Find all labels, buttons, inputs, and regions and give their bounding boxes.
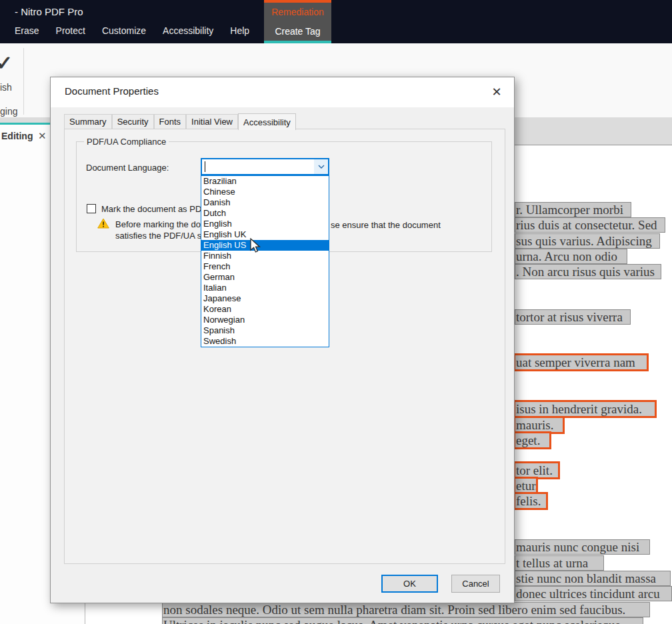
application-window: - Nitro PDF Pro EraseProtectCustomizeAcc… bbox=[0, 0, 672, 624]
tagged-text-line[interactable]: . Non arcu risus quis varius bbox=[515, 264, 661, 279]
window-title: - Nitro PDF Pro bbox=[15, 6, 83, 17]
tagged-text-line[interactable]: mauris nunc congue nisi bbox=[515, 539, 650, 555]
dropdown-option[interactable]: Finnish bbox=[201, 251, 329, 261]
dialog-title: Document Properties bbox=[65, 85, 159, 97]
warning-text-line2: satisfies the PDF/UA s bbox=[115, 231, 201, 241]
tagged-text-line[interactable]: mauris. bbox=[515, 417, 563, 433]
document-language-combobox[interactable] bbox=[201, 158, 329, 175]
tagged-text-line[interactable]: stie nunc non blandit massa bbox=[515, 571, 671, 586]
menu-item[interactable]: Protect bbox=[56, 25, 85, 36]
cancel-button[interactable]: Cancel bbox=[451, 575, 500, 593]
dialog-tab[interactable]: Initial View bbox=[186, 114, 238, 129]
text-caret bbox=[205, 161, 205, 172]
tagged-text-line[interactable]: isus in hendrerit gravida. bbox=[515, 401, 655, 417]
dropdown-option[interactable]: English bbox=[201, 219, 329, 229]
tagged-text-line[interactable]: uat semper viverra nam bbox=[515, 355, 647, 370]
dropdown-option[interactable]: Danish bbox=[201, 197, 329, 208]
warning-text-line1-left: Before marking the do bbox=[115, 219, 201, 229]
combobox-dropdown-button[interactable] bbox=[314, 159, 328, 174]
titlebar: - Nitro PDF Pro EraseProtectCustomizeAcc… bbox=[0, 0, 672, 43]
tagged-text-line[interactable]: r. Ullamcorper morbi bbox=[515, 202, 631, 217]
ok-button-label: OK bbox=[403, 579, 416, 589]
dropdown-option[interactable]: Swedish bbox=[201, 336, 329, 347]
dialog-titlebar[interactable]: Document Properties ✕ bbox=[51, 77, 514, 107]
menu-item[interactable]: Customize bbox=[102, 25, 146, 36]
dropdown-option[interactable]: Norwegian bbox=[201, 315, 329, 325]
tagged-text-line[interactable]: t tellus at urna bbox=[515, 555, 604, 571]
mark-pdfua-checkbox[interactable] bbox=[87, 204, 96, 213]
panel-close-icon[interactable]: ✕ bbox=[38, 130, 47, 142]
finish-tagging-label-line1: ish bbox=[0, 82, 12, 93]
mouse-cursor bbox=[249, 238, 263, 254]
menu-item[interactable]: Erase bbox=[15, 25, 39, 36]
dialog-tabs: SummarySecurityFontsInitial ViewAccessib… bbox=[64, 113, 296, 129]
pdfua-compliance-label: PDF/UA Compliance bbox=[84, 137, 169, 147]
chevron-down-icon bbox=[318, 165, 325, 169]
dialog-close-icon[interactable]: ✕ bbox=[488, 83, 505, 101]
dropdown-option[interactable]: English US bbox=[201, 240, 329, 251]
create-tag-label[interactable]: Create Tag bbox=[275, 26, 320, 37]
dropdown-option[interactable]: German bbox=[201, 272, 329, 283]
menu-item[interactable]: Help bbox=[230, 25, 249, 36]
tagged-text-line[interactable]: felis. bbox=[515, 493, 547, 509]
tagged-text-line[interactable]: tortor at risus viverra bbox=[515, 309, 631, 325]
menu-item[interactable]: Accessibility bbox=[163, 25, 213, 36]
remediation-label: Remediation bbox=[271, 7, 324, 17]
ok-button[interactable]: OK bbox=[381, 575, 438, 593]
tagged-text-line[interactable]: etur. bbox=[515, 478, 537, 493]
tab-remediation[interactable]: Remediation Create Tag bbox=[264, 0, 331, 43]
warning-text-line1-right: se ensure that the document bbox=[331, 220, 441, 230]
dropdown-option[interactable]: Spanish bbox=[201, 325, 329, 336]
dialog-tab[interactable]: Fonts bbox=[154, 114, 187, 129]
document-language-label: Document Language: bbox=[86, 163, 169, 173]
tagged-text-line[interactable]: Ultrices in iaculis nunc sed augue lacus… bbox=[162, 617, 643, 624]
tagged-text-line[interactable]: donec ultrices tincidunt arcu bbox=[515, 586, 672, 601]
tagged-text-line[interactable]: eget. bbox=[515, 433, 550, 448]
mark-pdfua-checkbox-label: Mark the document as PDF bbox=[101, 204, 207, 214]
dialog-tab[interactable]: Summary bbox=[64, 114, 112, 129]
tagged-text-line[interactable]: tor elit. bbox=[515, 463, 559, 478]
dropdown-option[interactable]: Brazilian bbox=[201, 176, 329, 187]
dialog-tab[interactable]: Security bbox=[112, 114, 154, 129]
cancel-button-label: Cancel bbox=[462, 579, 489, 589]
dropdown-option[interactable]: English UK bbox=[201, 229, 329, 240]
finish-tagging-label-line2: ging bbox=[0, 106, 17, 117]
dropdown-option[interactable]: Italian bbox=[201, 283, 329, 293]
ribbon-separator bbox=[23, 48, 24, 115]
dialog-tab[interactable]: Accessibility bbox=[238, 113, 296, 130]
language-dropdown-list: BrazilianChineseDanishDutchEnglishEnglis… bbox=[201, 175, 329, 347]
warning-icon bbox=[97, 218, 109, 229]
dropdown-option[interactable]: Korean bbox=[201, 304, 329, 315]
dropdown-option[interactable]: Dutch bbox=[201, 208, 329, 219]
tagged-text-line[interactable]: non sodales neque. Odio ut sem nulla pha… bbox=[162, 602, 650, 617]
check-icon: ✓ bbox=[0, 51, 13, 75]
editing-panel-title: Editing bbox=[1, 131, 33, 141]
tagged-text-line[interactable]: rius duis at consectetur. Sed bbox=[515, 217, 665, 233]
tagged-text-line[interactable]: urna. Arcu non odio bbox=[515, 249, 627, 264]
dropdown-option[interactable]: Japanese bbox=[201, 293, 329, 304]
dropdown-option[interactable]: Chinese bbox=[201, 187, 329, 197]
menu-bar: EraseProtectCustomizeAccessibilityHelp bbox=[15, 25, 249, 36]
finish-tagging-button[interactable]: ✓ ish ging bbox=[0, 50, 23, 113]
tagged-text-line[interactable]: sus quis varius. Adipiscing bbox=[515, 233, 660, 249]
document-properties-dialog: Document Properties ✕ SummarySecurityFon… bbox=[50, 77, 515, 603]
dropdown-option[interactable]: French bbox=[201, 261, 329, 272]
